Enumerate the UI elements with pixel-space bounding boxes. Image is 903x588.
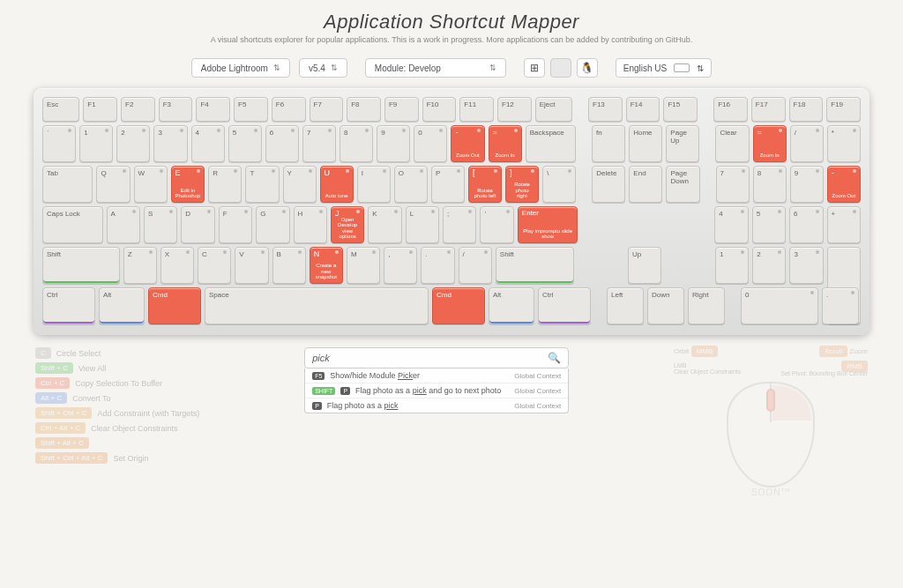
key-3[interactable]: 3 bbox=[153, 125, 187, 162]
key-f2[interactable]: F2 bbox=[121, 97, 155, 122]
key-y[interactable]: Y bbox=[283, 166, 317, 203]
key-numpad-8[interactable]: 8 bbox=[753, 166, 787, 203]
key-equals[interactable]: =Zoom In bbox=[489, 125, 522, 162]
key-pagedown[interactable]: Page Down bbox=[666, 166, 699, 203]
key-c[interactable]: C bbox=[198, 247, 231, 284]
key-m[interactable]: M bbox=[347, 247, 380, 284]
key-b[interactable]: B bbox=[272, 247, 306, 284]
key-e[interactable]: EEdit in Photoshop bbox=[171, 166, 205, 203]
key-o[interactable]: O bbox=[394, 166, 428, 203]
key-numpad-6[interactable]: 6 bbox=[789, 206, 823, 243]
key-numpad-5[interactable]: 5 bbox=[752, 206, 786, 243]
key-f14[interactable]: F14 bbox=[626, 97, 660, 122]
os-linux-button[interactable]: 🐧 bbox=[577, 58, 598, 78]
key-comma[interactable]: , bbox=[384, 247, 417, 284]
key-end[interactable]: End bbox=[629, 166, 662, 203]
key-numpad-minus[interactable]: -Zoom Out bbox=[827, 166, 861, 203]
key-left-bracket[interactable]: [Rotate photo left bbox=[468, 166, 502, 203]
key-fn[interactable]: fn bbox=[592, 125, 625, 162]
key-numpad-2[interactable]: 2 bbox=[752, 247, 786, 284]
key-space[interactable]: Space bbox=[205, 287, 429, 324]
key-8[interactable]: 8 bbox=[340, 125, 373, 162]
key-clear[interactable]: Clear bbox=[715, 125, 749, 162]
search-result[interactable]: F5 Show/hide Module Picker Global Contex… bbox=[305, 368, 568, 383]
key-right-ctrl[interactable]: Ctrl bbox=[538, 287, 591, 324]
key-i[interactable]: I bbox=[357, 166, 391, 203]
key-right-cmd[interactable]: Cmd bbox=[432, 287, 485, 324]
key-numpad-3[interactable]: 3 bbox=[789, 247, 823, 284]
key-5[interactable]: 5 bbox=[228, 125, 262, 162]
key-7[interactable]: 7 bbox=[302, 125, 336, 162]
key-down[interactable]: Down bbox=[647, 287, 684, 324]
key-slash[interactable]: / bbox=[459, 247, 492, 284]
key-s[interactable]: S bbox=[144, 206, 177, 243]
key-0[interactable]: 0 bbox=[414, 125, 447, 162]
key-f19[interactable]: F19 bbox=[826, 97, 861, 122]
key-p[interactable]: P bbox=[431, 166, 465, 203]
key-f8[interactable]: F8 bbox=[347, 97, 381, 122]
search-result[interactable]: P Flag photo as a pick Global Context bbox=[305, 398, 568, 413]
key-u[interactable]: UAuto tone bbox=[320, 166, 354, 203]
version-select[interactable]: v5.4⇅ bbox=[299, 58, 347, 78]
key-numpad-4[interactable]: 4 bbox=[714, 206, 748, 243]
key-numpad-equals[interactable]: =Zoom In bbox=[753, 125, 787, 162]
key-numpad-plus[interactable]: + bbox=[827, 206, 861, 243]
key-n[interactable]: NCreate a new snapshot bbox=[310, 247, 343, 284]
search-result[interactable]: SHIFTP Flag photo as a pick and go to ne… bbox=[305, 383, 568, 398]
os-windows-button[interactable]: ⊞ bbox=[524, 58, 545, 78]
key-k[interactable]: K bbox=[368, 206, 401, 243]
key-period[interactable]: . bbox=[421, 247, 454, 284]
key-backslash[interactable]: \ bbox=[542, 166, 576, 203]
key-f6[interactable]: F6 bbox=[272, 97, 306, 122]
app-select[interactable]: Adobe Lightroom⇅ bbox=[191, 58, 290, 78]
key-numpad-slash[interactable]: / bbox=[790, 125, 824, 162]
key-numpad-star[interactable]: * bbox=[827, 125, 861, 162]
key-f13[interactable]: F13 bbox=[588, 97, 623, 122]
key-h[interactable]: H bbox=[294, 206, 327, 243]
key-left-alt[interactable]: Alt bbox=[99, 287, 145, 324]
key-f18[interactable]: F18 bbox=[789, 97, 824, 122]
key-minus[interactable]: -Zoom Out bbox=[451, 125, 484, 162]
key-x[interactable]: X bbox=[160, 247, 194, 284]
key-z[interactable]: Z bbox=[123, 247, 157, 284]
key-pageup[interactable]: Page Up bbox=[666, 125, 699, 162]
key-capslock[interactable]: Caps Lock bbox=[42, 206, 103, 243]
key-tab[interactable]: Tab bbox=[42, 166, 93, 203]
key-numpad-1[interactable]: 1 bbox=[715, 247, 749, 284]
key-enter[interactable]: EnterPlay impromptu slide show bbox=[518, 206, 578, 243]
language-select[interactable]: English US ⇅ bbox=[616, 58, 712, 78]
key-f17[interactable]: F17 bbox=[751, 97, 786, 122]
key-esc[interactable]: Esc bbox=[42, 97, 79, 122]
key-right[interactable]: Right bbox=[688, 287, 725, 324]
key-f12[interactable]: F12 bbox=[497, 97, 532, 122]
key-semicolon[interactable]: ; bbox=[443, 206, 476, 243]
key-f1[interactable]: F1 bbox=[83, 97, 117, 122]
key-home[interactable]: Home bbox=[629, 125, 662, 162]
key-delete[interactable]: Delete bbox=[592, 166, 625, 203]
key-f16[interactable]: F16 bbox=[713, 97, 748, 122]
key-f7[interactable]: F7 bbox=[310, 97, 344, 122]
key-eject[interactable]: Eject bbox=[535, 97, 572, 122]
key-numpad-dot[interactable]: . bbox=[822, 287, 859, 324]
key-v[interactable]: V bbox=[235, 247, 268, 284]
key-quote[interactable]: ' bbox=[480, 206, 513, 243]
key-f15[interactable]: F15 bbox=[663, 97, 698, 122]
key-6[interactable]: 6 bbox=[265, 125, 299, 162]
key-f5[interactable]: F5 bbox=[234, 97, 268, 122]
key-q[interactable]: Q bbox=[96, 166, 130, 203]
key-up[interactable]: Up bbox=[628, 247, 661, 284]
key-f9[interactable]: F9 bbox=[384, 97, 419, 122]
key-left-cmd[interactable]: Cmd bbox=[148, 287, 201, 324]
search-input[interactable] bbox=[312, 353, 548, 363]
key-f4[interactable]: F4 bbox=[196, 97, 230, 122]
key-f10[interactable]: F10 bbox=[422, 97, 457, 122]
context-select[interactable]: Module: Develop⇅ bbox=[365, 58, 506, 78]
key-4[interactable]: 4 bbox=[191, 125, 225, 162]
key-right-bracket[interactable]: ]Rotate photo right bbox=[505, 166, 539, 203]
key-a[interactable]: A bbox=[107, 206, 140, 243]
key-r[interactable]: R bbox=[208, 166, 242, 203]
key-t[interactable]: T bbox=[245, 166, 279, 203]
key-1[interactable]: 1 bbox=[79, 125, 113, 162]
key-numpad-0[interactable]: 0 bbox=[741, 287, 818, 324]
key-backspace[interactable]: Backspace bbox=[526, 125, 576, 162]
